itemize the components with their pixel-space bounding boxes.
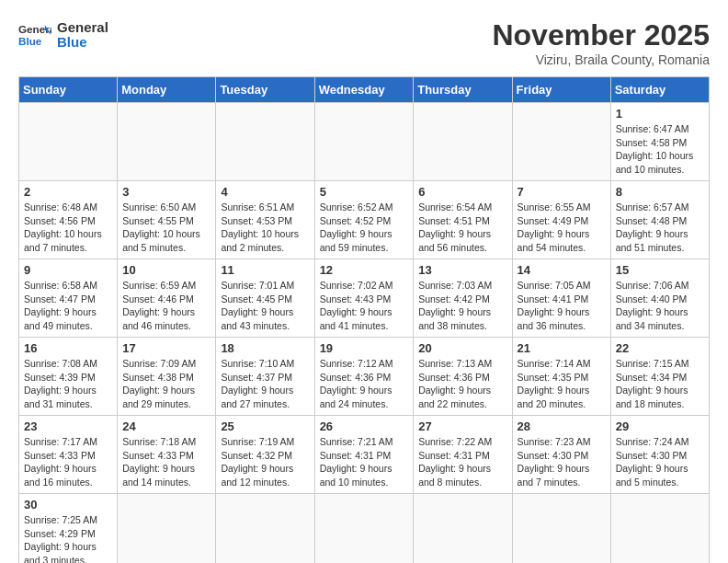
calendar-cell	[314, 103, 414, 181]
calendar-cell	[512, 494, 610, 564]
calendar-cell: 8Sunrise: 6:57 AM Sunset: 4:48 PM Daylig…	[610, 181, 709, 259]
week-row-5: 23Sunrise: 7:17 AM Sunset: 4:33 PM Dayli…	[19, 416, 710, 494]
day-info: Sunrise: 6:54 AM Sunset: 4:51 PM Dayligh…	[418, 201, 506, 255]
day-number: 11	[221, 263, 309, 277]
calendar-cell: 9Sunrise: 6:58 AM Sunset: 4:47 PM Daylig…	[19, 259, 118, 338]
day-number: 1	[616, 107, 704, 121]
day-info: Sunrise: 6:51 AM Sunset: 4:53 PM Dayligh…	[221, 201, 309, 255]
month-title: November 2025	[492, 18, 710, 52]
day-info: Sunrise: 6:48 AM Sunset: 4:56 PM Dayligh…	[24, 201, 112, 255]
calendar-cell	[414, 103, 512, 181]
calendar-cell	[414, 494, 512, 564]
calendar-cell: 4Sunrise: 6:51 AM Sunset: 4:53 PM Daylig…	[216, 181, 314, 259]
calendar-cell: 16Sunrise: 7:08 AM Sunset: 4:39 PM Dayli…	[19, 338, 118, 416]
week-row-4: 16Sunrise: 7:08 AM Sunset: 4:39 PM Dayli…	[19, 338, 710, 416]
week-row-6: 30Sunrise: 7:25 AM Sunset: 4:29 PM Dayli…	[19, 494, 710, 564]
calendar-cell: 27Sunrise: 7:22 AM Sunset: 4:31 PM Dayli…	[414, 416, 512, 494]
calendar-cell: 28Sunrise: 7:23 AM Sunset: 4:30 PM Dayli…	[512, 416, 610, 494]
col-header-wednesday: Wednesday	[314, 77, 414, 103]
col-header-monday: Monday	[118, 77, 216, 103]
calendar-cell	[610, 494, 709, 564]
week-row-3: 9Sunrise: 6:58 AM Sunset: 4:47 PM Daylig…	[19, 259, 710, 338]
svg-text:Blue: Blue	[18, 35, 42, 47]
calendar-cell: 7Sunrise: 6:55 AM Sunset: 4:49 PM Daylig…	[512, 181, 610, 259]
calendar-cell: 5Sunrise: 6:52 AM Sunset: 4:52 PM Daylig…	[314, 181, 414, 259]
day-number: 24	[122, 419, 210, 433]
calendar-cell: 29Sunrise: 7:24 AM Sunset: 4:30 PM Dayli…	[610, 416, 709, 494]
day-number: 10	[122, 263, 210, 277]
day-info: Sunrise: 7:14 AM Sunset: 4:35 PM Dayligh…	[518, 357, 606, 411]
calendar-cell: 20Sunrise: 7:13 AM Sunset: 4:36 PM Dayli…	[414, 338, 512, 416]
calendar-cell: 2Sunrise: 6:48 AM Sunset: 4:56 PM Daylig…	[19, 181, 118, 259]
calendar-cell	[314, 494, 414, 564]
col-header-sunday: Sunday	[19, 77, 118, 103]
week-row-2: 2Sunrise: 6:48 AM Sunset: 4:56 PM Daylig…	[19, 181, 710, 259]
calendar-cell	[118, 494, 216, 564]
day-number: 7	[518, 185, 606, 199]
day-info: Sunrise: 7:09 AM Sunset: 4:38 PM Dayligh…	[122, 357, 210, 411]
day-number: 17	[122, 341, 210, 355]
calendar-cell: 6Sunrise: 6:54 AM Sunset: 4:51 PM Daylig…	[414, 181, 512, 259]
day-info: Sunrise: 7:23 AM Sunset: 4:30 PM Dayligh…	[518, 435, 606, 489]
col-header-friday: Friday	[512, 77, 610, 103]
day-number: 5	[320, 185, 409, 199]
calendar-cell: 13Sunrise: 7:03 AM Sunset: 4:42 PM Dayli…	[414, 259, 512, 338]
col-header-thursday: Thursday	[414, 77, 512, 103]
logo: General Blue General Blue	[18, 18, 108, 52]
day-number: 8	[616, 185, 704, 199]
day-info: Sunrise: 7:15 AM Sunset: 4:34 PM Dayligh…	[616, 357, 704, 411]
day-info: Sunrise: 6:57 AM Sunset: 4:48 PM Dayligh…	[616, 201, 704, 255]
day-info: Sunrise: 7:06 AM Sunset: 4:40 PM Dayligh…	[616, 279, 704, 333]
day-info: Sunrise: 6:58 AM Sunset: 4:47 PM Dayligh…	[24, 279, 112, 333]
calendar-cell: 3Sunrise: 6:50 AM Sunset: 4:55 PM Daylig…	[118, 181, 216, 259]
logo-general-text: General	[57, 20, 108, 36]
day-number: 18	[221, 341, 309, 355]
calendar-cell	[216, 494, 314, 564]
header: General Blue General Blue November 2025 …	[18, 18, 710, 67]
calendar-header-row: SundayMondayTuesdayWednesdayThursdayFrid…	[19, 77, 710, 103]
col-header-saturday: Saturday	[610, 77, 709, 103]
day-info: Sunrise: 7:01 AM Sunset: 4:45 PM Dayligh…	[221, 279, 309, 333]
calendar-cell: 14Sunrise: 7:05 AM Sunset: 4:41 PM Dayli…	[512, 259, 610, 338]
day-number: 13	[418, 263, 506, 277]
col-header-tuesday: Tuesday	[216, 77, 314, 103]
day-number: 20	[418, 341, 506, 355]
calendar-cell: 18Sunrise: 7:10 AM Sunset: 4:37 PM Dayli…	[216, 338, 314, 416]
day-number: 4	[221, 185, 309, 199]
day-info: Sunrise: 7:21 AM Sunset: 4:31 PM Dayligh…	[320, 435, 409, 489]
day-info: Sunrise: 7:02 AM Sunset: 4:43 PM Dayligh…	[320, 279, 409, 333]
day-number: 29	[616, 419, 704, 433]
day-number: 30	[24, 498, 112, 511]
week-row-1: 1Sunrise: 6:47 AM Sunset: 4:58 PM Daylig…	[19, 103, 710, 181]
day-info: Sunrise: 6:47 AM Sunset: 4:58 PM Dayligh…	[616, 122, 704, 177]
day-number: 3	[122, 185, 210, 199]
day-info: Sunrise: 6:55 AM Sunset: 4:49 PM Dayligh…	[518, 201, 606, 255]
title-area: November 2025 Viziru, Braila County, Rom…	[492, 18, 710, 67]
day-info: Sunrise: 7:05 AM Sunset: 4:41 PM Dayligh…	[518, 279, 606, 333]
day-number: 9	[24, 263, 112, 277]
day-info: Sunrise: 7:08 AM Sunset: 4:39 PM Dayligh…	[24, 357, 112, 411]
calendar-cell: 23Sunrise: 7:17 AM Sunset: 4:33 PM Dayli…	[19, 416, 118, 494]
calendar-table: SundayMondayTuesdayWednesdayThursdayFrid…	[18, 76, 710, 563]
day-number: 6	[418, 185, 506, 199]
day-number: 21	[518, 341, 606, 355]
logo-svg: General Blue	[18, 18, 51, 52]
day-number: 16	[24, 341, 112, 355]
day-info: Sunrise: 6:59 AM Sunset: 4:46 PM Dayligh…	[122, 279, 210, 333]
calendar-cell: 11Sunrise: 7:01 AM Sunset: 4:45 PM Dayli…	[216, 259, 314, 338]
day-info: Sunrise: 7:12 AM Sunset: 4:36 PM Dayligh…	[320, 357, 409, 411]
day-number: 2	[24, 185, 112, 199]
calendar-cell: 12Sunrise: 7:02 AM Sunset: 4:43 PM Dayli…	[314, 259, 414, 338]
day-info: Sunrise: 7:22 AM Sunset: 4:31 PM Dayligh…	[418, 435, 506, 489]
day-info: Sunrise: 6:50 AM Sunset: 4:55 PM Dayligh…	[122, 201, 210, 255]
calendar-cell: 25Sunrise: 7:19 AM Sunset: 4:32 PM Dayli…	[216, 416, 314, 494]
calendar-cell: 24Sunrise: 7:18 AM Sunset: 4:33 PM Dayli…	[118, 416, 216, 494]
calendar-cell: 1Sunrise: 6:47 AM Sunset: 4:58 PM Daylig…	[610, 103, 709, 181]
day-info: Sunrise: 7:24 AM Sunset: 4:30 PM Dayligh…	[616, 435, 704, 489]
calendar-cell: 17Sunrise: 7:09 AM Sunset: 4:38 PM Dayli…	[118, 338, 216, 416]
day-number: 23	[24, 419, 112, 433]
location-subtitle: Viziru, Braila County, Romania	[492, 52, 710, 67]
day-info: Sunrise: 6:52 AM Sunset: 4:52 PM Dayligh…	[320, 201, 409, 255]
calendar-cell	[512, 103, 610, 181]
day-info: Sunrise: 7:17 AM Sunset: 4:33 PM Dayligh…	[24, 435, 112, 489]
